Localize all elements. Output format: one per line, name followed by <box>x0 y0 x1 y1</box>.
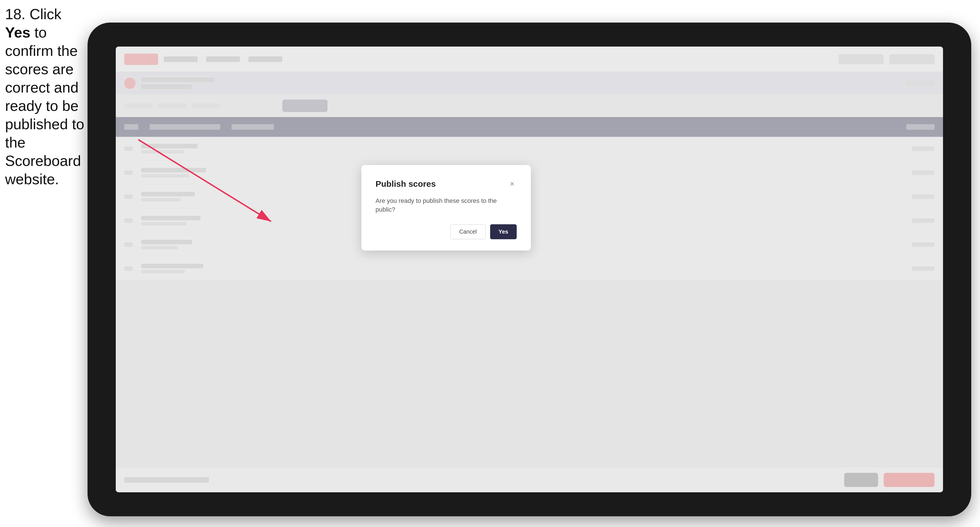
instruction-intro: Click <box>25 6 61 22</box>
step-number: 18. <box>5 6 25 22</box>
instruction-text: 18. Click Yes to confirm the scores are … <box>5 5 87 189</box>
yes-button[interactable]: Yes <box>490 224 517 239</box>
modal-title: Publish scores <box>375 179 436 189</box>
modal-message: Are you ready to publish these scores to… <box>375 197 517 214</box>
cancel-button[interactable]: Cancel <box>450 224 485 239</box>
modal-footer: Cancel Yes <box>375 224 517 239</box>
instruction-bold: Yes <box>5 24 30 41</box>
publish-scores-modal: Publish scores × Are you ready to publis… <box>361 165 531 251</box>
modal-overlay: Publish scores × Are you ready to publis… <box>116 46 943 492</box>
instruction-rest: to confirm the scores are correct and re… <box>5 24 84 187</box>
tablet-screen: Publish scores × Are you ready to publis… <box>116 46 943 492</box>
modal-header: Publish scores × <box>375 179 517 189</box>
modal-close-button[interactable]: × <box>508 179 517 189</box>
tablet-device: Publish scores × Are you ready to publis… <box>88 22 971 516</box>
